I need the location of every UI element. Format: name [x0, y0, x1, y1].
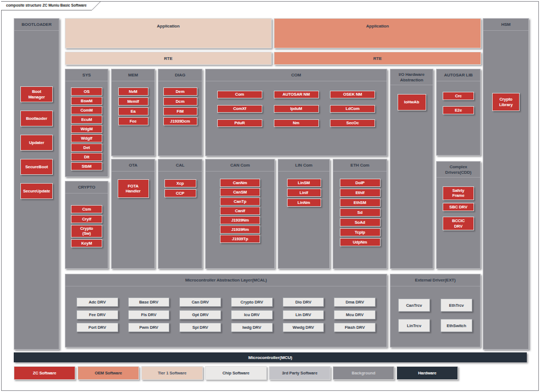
box-flash-drv[interactable]: Flash DRV	[334, 323, 376, 332]
box-dlt[interactable]: Dlt	[71, 153, 102, 161]
box-mcu-drv[interactable]: Mcu DRV	[334, 310, 376, 319]
ota-section[interactable]: OTA FOTA Handler	[111, 159, 155, 269]
external-driver-section[interactable]: External Driver(EXT) CanTrcv EthTrcv Lin…	[390, 274, 481, 347]
box-port-drv[interactable]: Port DRV	[76, 323, 118, 332]
box-bccic-drv[interactable]: BCCIC DRV	[443, 217, 474, 230]
legend-3rd-party-software[interactable]: 3rd Party Software	[269, 366, 330, 380]
legend-zc-software[interactable]: ZC Software	[14, 366, 75, 380]
legend-background[interactable]: Background	[333, 366, 394, 380]
box-sbc-drv[interactable]: SBC DRV	[443, 203, 474, 211]
box-ldcom[interactable]: LdCom	[330, 105, 375, 113]
box-keym[interactable]: KeyM	[71, 239, 102, 247]
box-doip[interactable]: DoIP	[340, 179, 381, 187]
application-left-block[interactable]: Application	[65, 18, 272, 48]
box-tcpip[interactable]: TcpIp	[340, 228, 381, 236]
box-j1939dcm[interactable]: J1939Dcm	[163, 117, 197, 125]
box-bootlaoder[interactable]: Bootlaoder	[20, 111, 53, 126]
lin-com-section[interactable]: LIN Com LinSM LinIf LinNm	[278, 159, 330, 269]
box-dem[interactable]: Dem	[163, 87, 197, 96]
box-soad[interactable]: SoAd	[340, 218, 381, 227]
crypto-section[interactable]: CRYPTO Csm CryIf Crypto (Sw) KeyM	[65, 181, 108, 269]
box-nm[interactable]: Nm	[274, 119, 319, 127]
box-ipdum[interactable]: IpduM	[274, 105, 319, 113]
box-boot-manager[interactable]: Boot Manager	[20, 86, 53, 102]
cal-section[interactable]: CAL Xcp CCP	[158, 159, 202, 269]
box-cantrcv[interactable]: CanTrcv	[398, 299, 430, 312]
box-secureupdate[interactable]: SecureUpdate	[20, 183, 53, 199]
box-udpnm[interactable]: UdpNm	[340, 238, 381, 246]
box-crc[interactable]: Crc	[443, 92, 474, 100]
box-crypto-drv[interactable]: Crypto DRV	[231, 297, 273, 307]
eth-com-section[interactable]: ETH Com DoIP EthIf EthSM Sd SoAd TcpIp U…	[333, 159, 387, 269]
box-wdgm[interactable]: WdgM	[71, 125, 102, 133]
box-osek-nm[interactable]: OSEK NM	[330, 91, 375, 98]
box-fee-drv[interactable]: Fee DRV	[76, 310, 118, 319]
hsm-section[interactable]: HSM Crypto Library	[483, 18, 529, 350]
application-right-block[interactable]: Application	[274, 18, 481, 48]
mem-section[interactable]: MEM NvM MemIf Ea Fee	[111, 69, 155, 156]
box-linnm[interactable]: LinNm	[287, 198, 321, 207]
box-fim[interactable]: FiM	[163, 107, 197, 115]
box-comxf[interactable]: ComXf	[217, 105, 262, 113]
box-nvm[interactable]: NvM	[118, 87, 148, 96]
box-cansm[interactable]: CanSM	[220, 188, 260, 196]
rte-right-block[interactable]: RTE	[274, 52, 481, 65]
box-comm[interactable]: ComM	[71, 106, 102, 114]
box-j1939tp[interactable]: J1939Tp	[220, 235, 260, 243]
box-dma-drv[interactable]: Dma DRV	[334, 297, 376, 307]
box-cannm[interactable]: CanNm	[220, 179, 260, 187]
box-cryif[interactable]: CryIf	[71, 215, 102, 223]
box-adc-drv[interactable]: Adc DRV	[76, 297, 118, 307]
mcal-section[interactable]: Microcontroller Abstraction Layer(MCAL) …	[65, 274, 387, 347]
box-secoc[interactable]: SecOc	[330, 119, 375, 127]
box-sd[interactable]: Sd	[340, 208, 381, 217]
com-section[interactable]: COM Com AUTOSAR NM OSEK NM ComXf IpduM L…	[205, 69, 387, 156]
box-can-drv[interactable]: Can DRV	[179, 297, 221, 307]
box-ecum[interactable]: EcuM	[71, 115, 102, 124]
box-ea[interactable]: Ea	[118, 107, 148, 115]
box-csm[interactable]: Csm	[71, 205, 102, 213]
autosar-lib-section[interactable]: AUTOSAR LIB Crc E2e	[436, 69, 481, 156]
box-ethif[interactable]: EthIf	[340, 189, 381, 197]
box-autosar-nm[interactable]: AUTOSAR NM	[274, 91, 319, 98]
box-det[interactable]: Det	[71, 143, 102, 152]
box-secureboot[interactable]: SecureBoot	[20, 159, 53, 175]
rte-left-block[interactable]: RTE	[65, 52, 272, 65]
box-stbm[interactable]: StbM	[71, 162, 102, 170]
box-fls-drv[interactable]: Fls DRV	[128, 310, 170, 319]
box-updater[interactable]: Updater	[20, 135, 53, 151]
box-fee[interactable]: Fee	[118, 117, 148, 125]
box-gpt-drv[interactable]: Gpt DRV	[179, 310, 221, 319]
box-com[interactable]: Com	[217, 91, 262, 98]
box-bswm[interactable]: BswM	[71, 97, 102, 105]
box-memif[interactable]: MemIf	[118, 97, 148, 106]
box-iwdg-drv[interactable]: Iwdg DRV	[231, 323, 273, 332]
box-icu-drv[interactable]: Icu DRV	[231, 310, 273, 319]
bootloader-section[interactable]: BOOTLOADER Boot Manager Bootlaoder Updat…	[14, 18, 59, 350]
box-ethtrcv[interactable]: EthTrcv	[440, 299, 472, 312]
box-pdur[interactable]: PduR	[217, 119, 262, 127]
box-iohwab[interactable]: IoHwAb	[398, 94, 426, 111]
legend-oem-software[interactable]: OEM Software	[78, 366, 139, 380]
sys-section[interactable]: SYS OS BswM ComM EcuM WdgM WdgIf Det Dlt…	[65, 69, 108, 177]
legend-hardware[interactable]: Hardware	[396, 366, 458, 380]
box-base-drv[interactable]: Base DRV	[128, 297, 170, 307]
box-wwdg-drv[interactable]: Wwdg DRV	[283, 323, 324, 332]
legend-tier1-software[interactable]: Tier 1 Software	[141, 366, 203, 380]
box-spi-drv[interactable]: Spi DRV	[179, 323, 221, 332]
box-dio-drv[interactable]: Dio DRV	[283, 297, 324, 307]
box-linif[interactable]: LinIf	[287, 189, 321, 197]
box-e2e[interactable]: E2e	[443, 106, 474, 114]
box-xcp[interactable]: Xcp	[164, 179, 196, 187]
box-j1939rm[interactable]: J1939Rm	[220, 225, 260, 234]
box-wdgif[interactable]: WdgIf	[71, 134, 102, 142]
io-hardware-abstraction-section[interactable]: I/O Hardware Abstraction IoHwAb	[390, 69, 433, 269]
box-ethsm[interactable]: EthSM	[340, 198, 381, 207]
box-dcm[interactable]: Dcm	[163, 97, 197, 106]
box-j1939nm[interactable]: J1939Nm	[220, 216, 260, 224]
legend-chip-software[interactable]: Chip Software	[205, 366, 267, 380]
microcontroller-bar[interactable]: Microcontroller(MCU)	[14, 352, 527, 362]
box-crypto-sw[interactable]: Crypto (Sw)	[71, 225, 102, 238]
box-safety-frame[interactable]: Safety Frame	[443, 186, 474, 200]
box-lin-drv[interactable]: Lin DRV	[283, 310, 324, 319]
